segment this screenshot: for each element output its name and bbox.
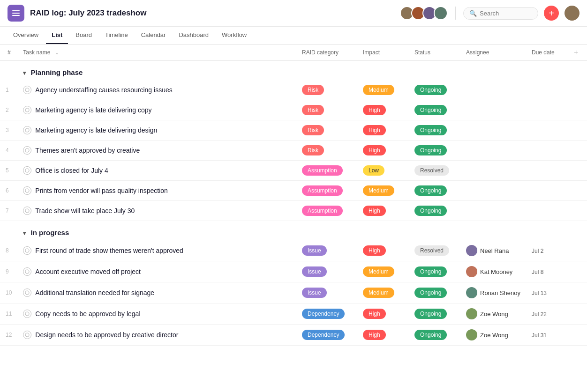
menu-button[interactable] (8, 5, 24, 22)
row-add-cell (568, 141, 587, 161)
task-status-icon[interactable] (23, 106, 31, 114)
table-row[interactable]: 3 Marketing agency is late delivering de… (0, 120, 587, 141)
section-chevron-inprogress[interactable]: ▾ (23, 230, 26, 237)
table-row[interactable]: 7 Trade show will take place July 30 Ass… (0, 201, 587, 221)
task-status-icon[interactable] (23, 331, 31, 339)
col-add-header: + (568, 44, 587, 61)
section-chevron-planning[interactable]: ▾ (23, 70, 26, 76)
table-row[interactable]: 2 Marketing agency is late delivering co… (0, 100, 587, 120)
task-name: Marketing agency is late delivering copy (35, 106, 151, 114)
raid-badge[interactable]: Issue (302, 288, 327, 298)
table-row[interactable]: 12 Design needs to be approved by creati… (0, 325, 587, 346)
status-badge[interactable]: Ongoing (414, 105, 447, 115)
table-row[interactable]: 5 Office is closed for July 4 Assumption… (0, 161, 587, 181)
table-row[interactable]: 4 Themes aren't approved by creative Ris… (0, 141, 587, 161)
status-badge[interactable]: Ongoing (414, 309, 447, 319)
impact-badge[interactable]: High (363, 245, 386, 256)
search-box[interactable]: 🔍 (463, 7, 538, 20)
status-badge[interactable]: Ongoing (414, 185, 447, 196)
raid-badge[interactable]: Assumption (302, 165, 343, 176)
add-column-button[interactable]: + (574, 48, 578, 56)
task-status-icon[interactable] (23, 186, 31, 195)
row-add-cell (568, 240, 587, 261)
due-date-cell (526, 161, 568, 181)
user-avatar[interactable] (564, 6, 579, 21)
nav-overview[interactable]: Overview (8, 27, 44, 44)
status-badge[interactable]: Ongoing (414, 288, 447, 298)
assignee-cell (460, 161, 526, 181)
impact-badge[interactable]: Low (363, 165, 384, 176)
nav-list[interactable]: List (46, 27, 68, 44)
table-row[interactable]: 8 First round of trade show themes weren… (0, 240, 587, 261)
row-number: 2 (0, 100, 17, 120)
col-assignee-header: Assignee (460, 44, 526, 61)
raid-badge[interactable]: Dependency (302, 330, 345, 340)
task-status-icon[interactable] (23, 207, 31, 215)
due-date-cell: Jul 22 (526, 303, 568, 325)
status-badge[interactable]: Ongoing (414, 85, 447, 95)
avatar-4[interactable] (434, 6, 448, 20)
task-status-icon[interactable] (23, 86, 31, 94)
status-badge[interactable]: Ongoing (414, 266, 447, 277)
nav-board[interactable]: Board (70, 27, 98, 44)
status-badge[interactable]: Ongoing (414, 125, 447, 135)
impact-badge[interactable]: High (363, 309, 386, 319)
row-add-cell (568, 282, 587, 303)
task-status-icon[interactable] (23, 267, 31, 276)
impact-badge[interactable]: High (363, 145, 386, 155)
impact-badge[interactable]: Medium (363, 288, 394, 298)
task-name: Agency understaffing causes resourcing i… (35, 86, 172, 94)
task-status-icon[interactable] (23, 288, 31, 297)
status-badge[interactable]: Resolved (414, 165, 449, 176)
table-row[interactable]: 1 Agency understaffing causes resourcing… (0, 80, 587, 100)
add-button[interactable]: + (544, 6, 559, 21)
due-date-cell (526, 201, 568, 221)
status-cell: Ongoing (409, 201, 460, 221)
impact-badge[interactable]: Medium (363, 85, 394, 95)
nav-calendar[interactable]: Calendar (135, 27, 172, 44)
status-badge[interactable]: Ongoing (414, 145, 447, 155)
nav-timeline[interactable]: Timeline (99, 27, 134, 44)
raid-badge[interactable]: Risk (302, 85, 324, 95)
impact-cell: Medium (357, 80, 409, 100)
row-number: 9 (0, 261, 17, 282)
table-row[interactable]: 11 Copy needs to be approved by legal De… (0, 303, 587, 325)
task-cell: Marketing agency is late delivering copy (17, 100, 296, 120)
raid-badge[interactable]: Risk (302, 145, 324, 155)
task-status-icon[interactable] (23, 246, 31, 255)
svg-point-2 (25, 128, 29, 132)
task-status-icon[interactable] (23, 310, 31, 318)
raid-badge[interactable]: Risk (302, 125, 324, 135)
nav-dashboard[interactable]: Dashboard (173, 27, 214, 44)
task-status-icon[interactable] (23, 146, 31, 155)
search-input[interactable] (480, 10, 532, 17)
impact-badge[interactable]: High (363, 125, 386, 135)
raid-badge[interactable]: Risk (302, 105, 324, 115)
status-badge[interactable]: Ongoing (414, 206, 447, 216)
impact-badge[interactable]: Medium (363, 266, 394, 277)
section-header-planning: ▾ Planning phase (0, 61, 587, 81)
task-cell: Themes aren't approved by creative (17, 141, 296, 161)
sort-icon[interactable]: ⌄ (55, 50, 59, 55)
table-row[interactable]: 10 Additional translation needed for sig… (0, 282, 587, 303)
raid-badge[interactable]: Assumption (302, 185, 343, 196)
raid-badge[interactable]: Dependency (302, 309, 345, 319)
status-cell: Ongoing (409, 181, 460, 201)
table-row[interactable]: 9 Account executive moved off project Is… (0, 261, 587, 282)
raid-badge[interactable]: Issue (302, 245, 327, 256)
task-status-icon[interactable] (23, 166, 31, 175)
impact-badge[interactable]: High (363, 206, 386, 216)
svg-point-7 (25, 249, 29, 252)
status-badge[interactable]: Ongoing (414, 330, 447, 340)
impact-badge[interactable]: Medium (363, 185, 394, 196)
table-row[interactable]: 6 Prints from vendor will pass quality i… (0, 181, 587, 201)
impact-badge[interactable]: High (363, 330, 386, 340)
nav-workflow[interactable]: Workflow (216, 27, 252, 44)
task-status-icon[interactable] (23, 126, 31, 134)
raid-badge[interactable]: Issue (302, 266, 327, 277)
assignee-name: Kat Mooney (480, 268, 512, 275)
raid-badge[interactable]: Assumption (302, 206, 343, 216)
impact-badge[interactable]: High (363, 105, 386, 115)
status-badge[interactable]: Resolved (414, 245, 449, 256)
header-right: 🔍 + (400, 6, 579, 21)
